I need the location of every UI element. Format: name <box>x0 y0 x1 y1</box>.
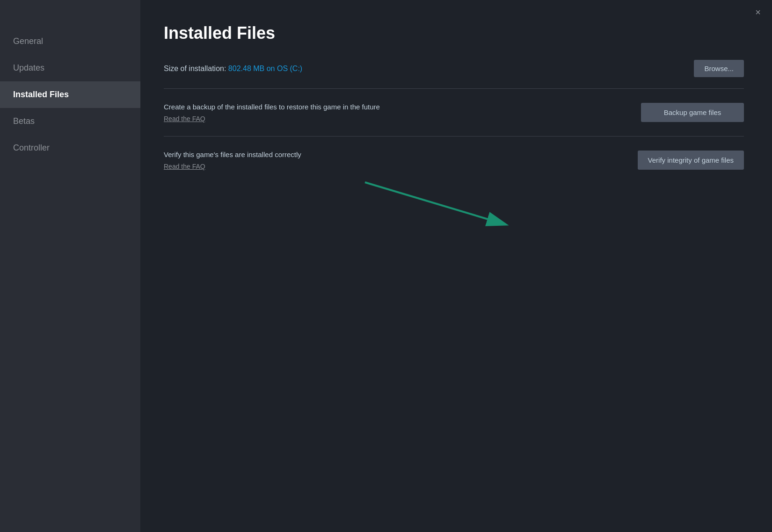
size-info: Size of installation: 802.48 MB on OS (C… <box>164 65 302 73</box>
backup-row: Create a backup of the installed files t… <box>164 89 744 137</box>
sidebar-item-label: Controller <box>13 143 50 152</box>
verify-button[interactable]: Verify integrity of game files <box>638 151 744 170</box>
browse-button[interactable]: Browse... <box>694 60 744 77</box>
verify-faq-link[interactable]: Read the FAQ <box>164 163 205 170</box>
size-label: Size of installation: <box>164 65 226 72</box>
sidebar-item-controller[interactable]: Controller <box>0 135 140 161</box>
svg-line-1 <box>365 182 505 224</box>
verify-description-text: Verify this game's files are installed c… <box>164 150 619 159</box>
sidebar-item-betas[interactable]: Betas <box>0 108 140 135</box>
sidebar-item-label: Installed Files <box>13 90 69 99</box>
backup-description: Create a backup of the installed files t… <box>164 102 622 123</box>
sidebar-item-label: General <box>13 36 43 46</box>
verify-description: Verify this game's files are installed c… <box>164 150 619 171</box>
verify-row: Verify this game's files are installed c… <box>164 137 744 184</box>
arrow-overlay <box>140 0 772 532</box>
sidebar-item-installed-files[interactable]: Installed Files <box>0 81 140 108</box>
page-title: Installed Files <box>164 23 744 43</box>
backup-description-text: Create a backup of the installed files t… <box>164 102 622 112</box>
size-row: Size of installation: 802.48 MB on OS (C… <box>164 60 744 77</box>
size-value: 802.48 MB on OS (C:) <box>228 65 302 72</box>
sidebar-item-updates[interactable]: Updates <box>0 55 140 81</box>
main-panel: × Installed Files Size of installation: … <box>140 0 772 532</box>
backup-button[interactable]: Backup game files <box>641 103 744 122</box>
sidebar: General Updates Installed Files Betas Co… <box>0 0 140 532</box>
sidebar-item-label: Betas <box>13 116 35 126</box>
sidebar-item-label: Updates <box>13 63 44 72</box>
backup-faq-link[interactable]: Read the FAQ <box>164 115 205 122</box>
close-button[interactable]: × <box>755 7 761 17</box>
sidebar-item-general[interactable]: General <box>0 28 140 55</box>
